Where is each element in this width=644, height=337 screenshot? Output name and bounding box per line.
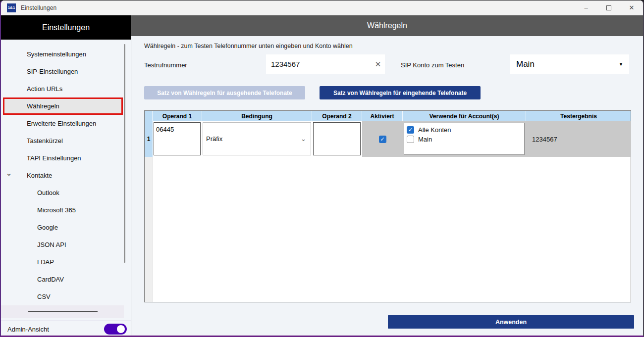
- maximize-button[interactable]: [597, 0, 620, 15]
- operand2-cell: [312, 121, 362, 157]
- table-header-row: Operand 1 Bedingung Operand 2 Aktiviert …: [145, 111, 631, 121]
- operand1-input-box: [154, 122, 201, 155]
- sidebar-item-tapi-einstellungen[interactable]: TAPI Einstellungen: [1, 149, 131, 167]
- admin-view-label: Admin-Ansicht: [7, 326, 49, 333]
- condition-select[interactable]: Präfix ⌄: [203, 122, 311, 155]
- dropdown-arrow-icon: ▼: [619, 62, 629, 67]
- table-empty-area: [153, 157, 631, 302]
- main-panel: Wählregeln Wählregeln - zum Testen Telef…: [131, 15, 643, 337]
- account-option-main[interactable]: ✓ Main: [407, 135, 524, 144]
- apply-button[interactable]: Anwenden: [388, 315, 634, 329]
- sidebar-footer: Admin-Ansicht: [1, 321, 131, 337]
- dial-rules-table: Operand 1 Bedingung Operand 2 Aktiviert …: [144, 110, 631, 302]
- sip-account-selected-value: Main: [510, 59, 619, 69]
- operand2-input-box: [313, 122, 361, 155]
- sidebar-item-action-urls[interactable]: Action URLs: [1, 80, 131, 97]
- test-result-cell: 1234567: [526, 121, 631, 157]
- maximize-icon: [606, 5, 611, 10]
- account-option-label: Alle Konten: [418, 126, 451, 134]
- sidebar-item-systemeinstellungen[interactable]: Systemeinstellungen: [1, 46, 131, 63]
- activated-checkbox[interactable]: ✓: [379, 136, 386, 143]
- sidebar-item-google[interactable]: Google: [1, 219, 131, 236]
- admin-view-toggle[interactable]: [104, 324, 127, 335]
- column-header-aktiviert: Aktiviert: [362, 111, 403, 121]
- sidebar-horizontal-scrollbar-track[interactable]: [1, 305, 124, 318]
- condition-cell: Präfix ⌄: [202, 121, 312, 157]
- checkmark-icon: ✓: [380, 137, 384, 142]
- table-empty-body: [145, 157, 631, 302]
- clear-input-icon[interactable]: ✕: [371, 60, 385, 69]
- close-button[interactable]: ✕: [620, 0, 643, 15]
- chevron-down-icon: ⌄: [301, 135, 311, 143]
- chevron-down-icon[interactable]: ⌄: [5, 169, 13, 178]
- sidebar-item-waehlregeln[interactable]: Wählregeln: [3, 97, 123, 115]
- sidebar: Einstellungen Systemeinstellungen SIP-Ei…: [1, 15, 131, 337]
- minimize-icon: –: [584, 4, 588, 11]
- checkmark-icon: ✓: [408, 127, 413, 133]
- sidebar-vertical-scrollbar[interactable]: [124, 44, 125, 263]
- operand1-cell: [153, 121, 202, 157]
- column-header-index: [145, 111, 153, 121]
- sidebar-item-sip-einstellungen[interactable]: SIP-Einstellungen: [1, 63, 131, 80]
- outgoing-rules-button[interactable]: Satz von Wählregeln für ausgehende Telef…: [144, 86, 305, 99]
- table-row: 1 Präfix ⌄: [145, 121, 631, 157]
- incoming-rules-button[interactable]: Satz von Wählregeln für eingehende Telef…: [320, 86, 481, 99]
- sip-account-select[interactable]: Main ▼: [510, 54, 629, 74]
- settings-window: 1&1 Einstellungen – ✕ Einstellungen Syst…: [0, 0, 644, 337]
- column-header-testergebnis: Testergebnis: [526, 111, 631, 121]
- sip-account-label: SIP Konto zum Testen: [401, 61, 464, 69]
- sidebar-item-ldap[interactable]: LDAP: [1, 253, 131, 271]
- condition-selected-value: Präfix: [203, 135, 301, 143]
- sidebar-item-label: Kontakte: [27, 172, 52, 179]
- column-header-accounts: Verwende für Account(s): [403, 111, 526, 121]
- window-title: Einstellungen: [21, 4, 56, 11]
- column-header-operand2: Operand 2: [312, 111, 362, 121]
- alle-konten-checkbox[interactable]: ✓: [407, 126, 414, 134]
- toggle-knob: [117, 325, 125, 333]
- minimize-button[interactable]: –: [575, 0, 597, 15]
- row-index: 1: [145, 121, 153, 157]
- sidebar-horizontal-scrollbar-thumb[interactable]: [28, 311, 98, 312]
- test-number-input[interactable]: [266, 59, 371, 69]
- accounts-cell: ✓ Alle Konten ✓ Main: [403, 121, 526, 157]
- sidebar-item-csv[interactable]: CSV: [1, 288, 131, 305]
- column-header-bedingung: Bedingung: [202, 111, 312, 121]
- sidebar-item-microsoft-365[interactable]: Microsoft 365: [1, 201, 131, 219]
- checkmark-icon: ✓: [408, 137, 413, 142]
- account-option-alle-konten[interactable]: ✓ Alle Konten: [407, 125, 524, 135]
- sidebar-item-kontakte[interactable]: ⌄ Kontakte: [1, 167, 131, 184]
- test-number-label: Testrufnummer: [144, 61, 187, 69]
- close-icon: ✕: [629, 4, 635, 11]
- column-header-operand1: Operand 1: [153, 111, 202, 121]
- sidebar-item-outlook[interactable]: Outlook: [1, 184, 131, 201]
- operand1-input[interactable]: [156, 126, 200, 133]
- app-logo-1und1: 1&1: [7, 3, 16, 12]
- page-title: Wählregeln: [131, 15, 643, 36]
- activated-cell: ✓: [362, 121, 403, 157]
- titlebar: 1&1 Einstellungen – ✕: [1, 0, 643, 15]
- sidebar-list: Systemeinstellungen SIP-Einstellungen Ac…: [1, 40, 131, 305]
- sidebar-item-erweiterte-einstellungen[interactable]: Erweiterte Einstellungen: [1, 115, 131, 132]
- sidebar-item-json-api[interactable]: JSON API: [1, 236, 131, 253]
- test-number-field-wrap: ✕: [266, 54, 385, 74]
- test-result-value: 1234567: [526, 121, 631, 157]
- sidebar-item-carddav[interactable]: CardDAV: [1, 271, 131, 288]
- operand2-input[interactable]: [316, 126, 360, 133]
- instruction-text: Wählregeln - zum Testen Telefonnummer un…: [144, 43, 353, 49]
- row-number-gutter: [145, 157, 153, 302]
- main-checkbox[interactable]: ✓: [407, 136, 414, 143]
- account-option-label: Main: [418, 136, 432, 143]
- sidebar-header: Einstellungen: [1, 15, 131, 40]
- window-controls: – ✕: [575, 0, 643, 15]
- sidebar-item-tastenkuerzel[interactable]: Tastenkürzel: [1, 132, 131, 149]
- accounts-listbox: ✓ Alle Konten ✓ Main: [404, 123, 525, 155]
